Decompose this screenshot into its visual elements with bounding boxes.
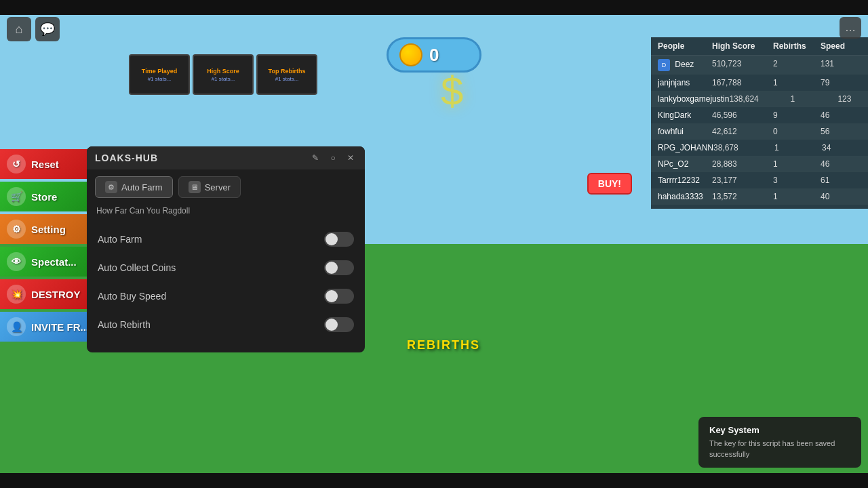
menu-icon[interactable]: … bbox=[840, 17, 861, 39]
lb-name-5: RPG_JOHANN bbox=[658, 143, 713, 152]
invite-button[interactable]: 👤 INVITE FR... bbox=[0, 312, 98, 342]
destroy-button[interactable]: 💥 DESTROY bbox=[0, 279, 98, 309]
hub-tabs: ⚙ Auto Farm 🖥 Server bbox=[87, 169, 365, 202]
lb-row-5: RPG_JOHANN 38,678 1 34 bbox=[651, 140, 868, 156]
invite-icon: 👤 bbox=[7, 317, 26, 336]
lb-score-0: 510,723 bbox=[712, 59, 773, 71]
hub-title: LOAKS-HUB bbox=[95, 152, 158, 163]
bottom-bar bbox=[0, 473, 868, 488]
lb-name-4: fowhfui bbox=[658, 127, 712, 136]
lb-speed-1: 79 bbox=[821, 78, 861, 87]
toggle-row-rebirth: Auto Rebirth bbox=[87, 310, 365, 339]
leaderboard: People High Score Rebirths Speed D Deez … bbox=[651, 37, 868, 209]
lb-score-1: 167,788 bbox=[712, 78, 773, 87]
dollar-building: $ bbox=[441, 68, 463, 115]
auto-rebirth-knob bbox=[326, 319, 338, 331]
lb-rebirths-2: 1 bbox=[790, 94, 837, 104]
home-icon[interactable]: ⌂ bbox=[7, 17, 31, 41]
coin-icon bbox=[399, 43, 422, 66]
reset-button[interactable]: ↺ Reset bbox=[0, 149, 98, 179]
auto-farm-label: Auto Farm bbox=[98, 234, 142, 245]
hub-controls: ✎ ○ ✕ bbox=[309, 152, 357, 164]
toggle-row-coins: Auto Collect Coins bbox=[87, 253, 365, 282]
hub-subtitle: How Far Can You Ragdoll bbox=[87, 202, 365, 222]
lb-speed-0: 131 bbox=[821, 59, 861, 71]
billboard-top-rebirths: Top Rebirths #1 stats... bbox=[256, 54, 317, 95]
auto-rebirth-toggle[interactable] bbox=[324, 317, 354, 332]
lb-row-1: janjnjans 167,788 1 79 bbox=[651, 75, 868, 91]
lb-header-people: People bbox=[658, 41, 712, 51]
hub-body: Auto Farm Auto Collect Coins Auto Buy Sp… bbox=[87, 222, 365, 352]
lb-name-2: lankyboxgamejustin bbox=[658, 94, 729, 104]
server-tab-label: Server bbox=[205, 182, 231, 192]
buy-button[interactable]: BUY! bbox=[587, 173, 632, 195]
billboard-time-played: Time Played #1 stats... bbox=[129, 54, 190, 95]
spectate-label: Spectat... bbox=[31, 256, 77, 268]
lb-score-2: 138,624 bbox=[729, 94, 790, 104]
lb-row-7: Tarrrr12232 23,177 3 61 bbox=[651, 172, 868, 188]
lb-name-6: NPc_O2 bbox=[658, 159, 712, 169]
auto-collect-coins-toggle[interactable] bbox=[324, 260, 354, 275]
lb-name-1: janjnjans bbox=[658, 78, 712, 87]
lb-rebirths-4: 0 bbox=[773, 127, 821, 136]
edit-button[interactable]: ✎ bbox=[309, 152, 321, 164]
coin-count: 0 bbox=[429, 45, 439, 66]
close-button[interactable]: ✕ bbox=[344, 152, 357, 164]
key-system-notification: Key System The key for this script has b… bbox=[698, 417, 861, 468]
invite-label: INVITE FR... bbox=[31, 321, 89, 333]
auto-farm-knob bbox=[326, 233, 338, 245]
chat-icon[interactable]: 💬 bbox=[35, 17, 60, 41]
top-icons-container: ⌂ 💬 bbox=[7, 17, 60, 41]
lb-speed-3: 46 bbox=[821, 110, 861, 120]
lb-name-3: KingDark bbox=[658, 110, 712, 120]
lb-speed-5: 34 bbox=[822, 143, 863, 152]
spectate-button[interactable]: 👁 Spectat... bbox=[0, 247, 98, 277]
auto-farm-toggle[interactable] bbox=[324, 232, 354, 247]
hub-panel: LOAKS-HUB ✎ ○ ✕ ⚙ Auto Farm 🖥 Server How… bbox=[87, 146, 365, 352]
billboard-high-score: High Score #1 stats... bbox=[193, 54, 254, 95]
billboard-container: Time Played #1 stats... High Score #1 st… bbox=[129, 54, 317, 95]
store-button[interactable]: 🛒 Store bbox=[0, 182, 98, 211]
key-system-description: The key for this script has been saved s… bbox=[709, 439, 850, 460]
lb-score-6: 28,883 bbox=[712, 159, 773, 169]
setting-label: Setting bbox=[31, 224, 66, 235]
lb-header-speed: Speed bbox=[821, 41, 861, 51]
lb-header-rebirths: Rebirths bbox=[773, 41, 821, 51]
lb-row-4: fowhfui 42,612 0 56 bbox=[651, 123, 868, 140]
server-tab-icon: 🖥 bbox=[189, 181, 201, 193]
toggle-row-speed: Auto Buy Speed bbox=[87, 282, 365, 310]
lb-score-3: 46,596 bbox=[712, 110, 773, 120]
store-icon: 🛒 bbox=[7, 187, 26, 206]
auto-buy-speed-label: Auto Buy Speed bbox=[98, 291, 166, 302]
lb-speed-4: 56 bbox=[821, 127, 861, 136]
auto-collect-coins-knob bbox=[326, 262, 338, 274]
auto-collect-coins-label: Auto Collect Coins bbox=[98, 262, 176, 273]
lb-name-7: Tarrrr12232 bbox=[658, 176, 712, 185]
lb-score-4: 42,612 bbox=[712, 127, 773, 136]
spectate-icon: 👁 bbox=[7, 252, 26, 271]
left-sidebar: ↺ Reset 🛒 Store ⚙ Setting 👁 Spectat... 💥… bbox=[0, 149, 98, 342]
lb-header-score: High Score bbox=[712, 41, 773, 51]
tab-autofarm[interactable]: ⚙ Auto Farm bbox=[95, 176, 173, 198]
lb-rebirths-3: 9 bbox=[773, 110, 821, 120]
minimize-button[interactable]: ○ bbox=[327, 152, 339, 164]
lb-header: People High Score Rebirths Speed bbox=[651, 37, 868, 56]
lb-score-5: 38,678 bbox=[713, 143, 774, 152]
lb-speed-8: 40 bbox=[821, 192, 861, 201]
lb-name-8: hahada3333 bbox=[658, 192, 712, 201]
key-system-title: Key System bbox=[709, 425, 850, 435]
lb-speed-6: 46 bbox=[821, 159, 861, 169]
lb-rebirths-1: 1 bbox=[773, 78, 821, 87]
lb-rebirths-6: 1 bbox=[773, 159, 821, 169]
lb-row-0: D Deez 510,723 2 131 bbox=[651, 56, 868, 75]
lb-speed-2: 123 bbox=[837, 94, 868, 104]
lb-badge-0: D bbox=[658, 59, 670, 71]
lb-row-3: KingDark 46,596 9 46 bbox=[651, 107, 868, 123]
auto-buy-speed-toggle[interactable] bbox=[324, 289, 354, 304]
lb-rebirths-8: 1 bbox=[773, 192, 821, 201]
setting-button[interactable]: ⚙ Setting bbox=[0, 214, 98, 244]
tab-server[interactable]: 🖥 Server bbox=[178, 176, 241, 198]
rebirths-sign: REBIRTHS bbox=[407, 338, 480, 352]
setting-icon: ⚙ bbox=[7, 220, 26, 239]
autofarm-tab-icon: ⚙ bbox=[105, 181, 117, 193]
